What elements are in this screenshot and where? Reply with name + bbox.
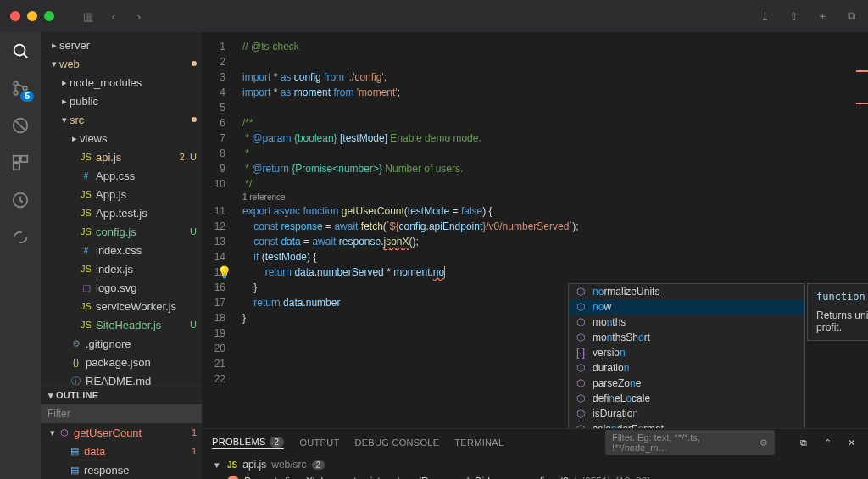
minimap[interactable] bbox=[856, 32, 868, 428]
outline-item[interactable]: ▤response bbox=[41, 460, 202, 479]
search-icon[interactable] bbox=[10, 41, 31, 61]
folder-item[interactable]: ▸views bbox=[41, 129, 202, 148]
copy-icon[interactable]: ⧉ bbox=[844, 9, 858, 23]
doc-widget: × function moment.now(): number Returns … bbox=[807, 283, 868, 341]
file-item[interactable]: JSApp.test.js bbox=[41, 203, 202, 222]
svg-point-4 bbox=[23, 86, 27, 91]
svg-point-3 bbox=[14, 91, 18, 95]
scm-badge: 5 bbox=[20, 91, 34, 102]
doc-description: Returns unix time in milliseconds. Overw… bbox=[816, 309, 868, 333]
svg-rect-9 bbox=[14, 164, 19, 170]
outline-item[interactable]: ▾⬡getUserCount1 bbox=[41, 423, 202, 442]
collapse-all-icon[interactable]: ⧉ bbox=[797, 436, 810, 449]
extensions-icon[interactable] bbox=[10, 153, 31, 173]
remote-icon[interactable] bbox=[10, 227, 31, 248]
share-icon[interactable]: ⇧ bbox=[787, 9, 800, 23]
bottom-panel: PROBLEMS2OUTPUTDEBUG CONSOLETERMINALFilt… bbox=[202, 428, 868, 479]
folder-item[interactable]: ▾src bbox=[41, 110, 202, 129]
suggest-item[interactable]: ⬡now bbox=[569, 299, 804, 315]
panel-tabs: PROBLEMS2OUTPUTDEBUG CONSOLETERMINALFilt… bbox=[202, 429, 868, 456]
file-item[interactable]: #index.css bbox=[41, 241, 202, 259]
intellisense-popup[interactable]: ⬡normalizeUnits⬡now⬡months⬡monthsShort[∙… bbox=[568, 283, 805, 428]
add-icon[interactable]: ＋ bbox=[815, 9, 829, 23]
source-control-icon[interactable]: 5 bbox=[10, 78, 31, 98]
svg-point-0 bbox=[14, 45, 25, 56]
timeline-icon[interactable] bbox=[10, 190, 31, 210]
panel-tab-output[interactable]: OUTPUT bbox=[299, 437, 339, 448]
doc-signature: function moment.now(): number bbox=[816, 291, 868, 303]
folder-item[interactable]: ▸server bbox=[41, 36, 202, 54]
file-item[interactable]: JSconfig.jsU bbox=[41, 222, 202, 241]
file-explorer: ▸server▾web▸node_modules▸public▾src▸view… bbox=[41, 32, 202, 385]
problem-file-group[interactable]: ▾ JS api.js web/src 2 bbox=[212, 456, 858, 473]
minimap-error-mark bbox=[856, 70, 868, 72]
editor[interactable]: 12345678910111213141516171819202122 // @… bbox=[202, 32, 868, 428]
file-item[interactable]: ⓘREADME.md bbox=[41, 371, 202, 385]
svg-line-1 bbox=[24, 54, 27, 58]
download-icon[interactable]: ⤓ bbox=[758, 9, 771, 23]
svg-rect-7 bbox=[14, 156, 19, 162]
outline-item[interactable]: ▤data1 bbox=[41, 442, 202, 460]
suggest-item[interactable]: ⬡calendarFormat bbox=[569, 421, 804, 428]
suggest-item[interactable]: ⬡monthsShort bbox=[569, 330, 804, 345]
suggest-item[interactable]: ⬡parseZone bbox=[569, 376, 804, 391]
problems-filter-input[interactable]: Filter. Eg: text, **/*.ts, !**/node_m…⚙ bbox=[605, 430, 775, 455]
nav-back-icon[interactable]: ‹ bbox=[107, 9, 120, 23]
minimap-error-mark bbox=[856, 103, 868, 104]
folder-item[interactable]: ▸public bbox=[41, 92, 202, 110]
file-item[interactable]: JSapi.js2, U bbox=[41, 148, 202, 166]
maximize-window-button[interactable] bbox=[44, 11, 54, 21]
file-item[interactable]: #App.css bbox=[41, 166, 202, 185]
file-item[interactable]: JSindex.js bbox=[41, 259, 202, 278]
panel-tab-problems[interactable]: PROBLEMS2 bbox=[212, 437, 284, 449]
suggest-item[interactable]: ⬡months bbox=[569, 315, 804, 330]
folder-item[interactable]: ▾web bbox=[41, 54, 202, 73]
file-item[interactable]: JSSiteHeader.jsU bbox=[41, 315, 202, 334]
error-icon: ✕ bbox=[227, 476, 239, 479]
panel-tab-terminal[interactable]: TERMINAL bbox=[454, 437, 504, 448]
suggest-item[interactable]: ⬡defineLocale bbox=[569, 391, 804, 406]
suggest-item[interactable]: ⬡isDuration bbox=[569, 406, 804, 421]
filter-settings-icon[interactable]: ⚙ bbox=[760, 437, 768, 448]
svg-line-6 bbox=[15, 120, 26, 131]
sidebar-toggle-icon[interactable]: ▥ bbox=[81, 9, 95, 23]
file-item[interactable]: JSApp.js bbox=[41, 185, 202, 203]
outline-header[interactable]: ▾OUTLINE bbox=[41, 386, 202, 404]
nav-forward-icon[interactable]: › bbox=[132, 9, 146, 23]
window-controls bbox=[10, 11, 54, 21]
svg-point-2 bbox=[14, 81, 18, 86]
file-item[interactable]: ▢logo.svg bbox=[41, 278, 202, 297]
file-item[interactable]: ⚙.gitignore bbox=[41, 334, 202, 353]
outline-section: ▾OUTLINE Filter ▾⬡getUserCount1▤data1▤re… bbox=[41, 385, 202, 479]
file-item[interactable]: JSserviceWorker.js bbox=[41, 297, 202, 315]
close-panel-icon[interactable]: ✕ bbox=[844, 436, 858, 449]
close-window-button[interactable] bbox=[10, 11, 20, 21]
file-item[interactable]: {}package.json bbox=[41, 353, 202, 371]
suggest-item[interactable]: ⬡duration bbox=[569, 360, 804, 376]
line-numbers: 12345678910111213141516171819202122 bbox=[202, 32, 242, 428]
svg-rect-8 bbox=[21, 156, 27, 162]
debug-icon[interactable] bbox=[10, 115, 31, 136]
chevron-up-icon[interactable]: ⌃ bbox=[821, 436, 834, 449]
suggest-item[interactable]: ⬡normalizeUnits bbox=[569, 284, 804, 299]
panel-tab-debug-console[interactable]: DEBUG CONSOLE bbox=[354, 437, 439, 448]
problem-item[interactable]: ✕ Property 'jsonX' does not exist on typ… bbox=[212, 473, 858, 479]
titlebar: ▥ ‹ › ⤓ ⇧ ＋ ⧉ bbox=[0, 0, 868, 32]
activity-bar: 5 bbox=[0, 32, 41, 479]
minimize-window-button[interactable] bbox=[27, 11, 37, 21]
sidebar: ▸server▾web▸node_modules▸public▾src▸view… bbox=[41, 32, 202, 479]
folder-item[interactable]: ▸node_modules bbox=[41, 73, 202, 92]
outline-filter-input[interactable]: Filter bbox=[41, 404, 202, 423]
suggest-item[interactable]: [∙]version bbox=[569, 345, 804, 360]
lightbulb-icon[interactable]: 💡 bbox=[217, 265, 231, 280]
